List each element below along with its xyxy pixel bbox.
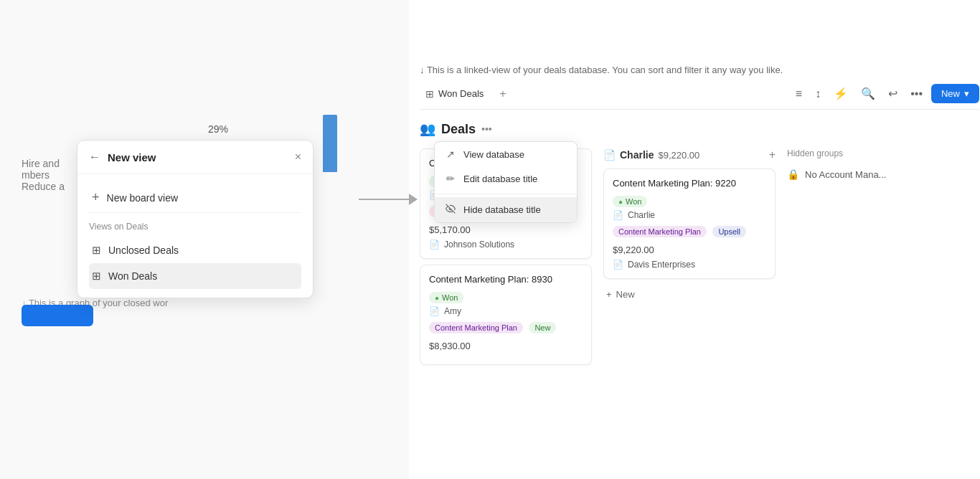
charlie-name: Charlie xyxy=(620,149,654,161)
badge-new-2: New xyxy=(529,322,556,333)
table-icon: ⊞ xyxy=(425,88,434,100)
more-button[interactable]: ••• xyxy=(906,85,927,103)
view-unclosed-deals[interactable]: ⊞ Unclosed Deals xyxy=(89,237,301,263)
hidden-group-name: No Account Mana... xyxy=(805,169,886,180)
card-title-2: Content Marketing Plan: 8930 xyxy=(429,274,583,285)
view-won-deals[interactable]: ⊞ Won Deals xyxy=(89,263,301,289)
view-database-label: View database xyxy=(463,149,524,160)
card-price-1: $5,170.00 xyxy=(429,224,583,235)
bolt-button[interactable]: ⚡ xyxy=(829,84,852,103)
hidden-groups-section: Hidden groups 🔒 No Account Mana... xyxy=(787,148,895,371)
views-on-deals-label: Views on Deals xyxy=(89,222,301,232)
company-name-1: Johnson Solutions xyxy=(444,240,514,250)
bg-progress: 29% xyxy=(208,123,228,135)
unclosed-deals-label: Unclosed Deals xyxy=(108,245,179,256)
hidden-groups-label: Hidden groups xyxy=(787,148,895,158)
new-btn-chevron: ▾ xyxy=(964,88,969,99)
person-icon-2: 📄 xyxy=(429,306,440,316)
badge-won-2: Won xyxy=(429,292,463,303)
deals-icon: 👥 xyxy=(420,121,435,137)
unclosed-deals-icon: ⊞ xyxy=(92,244,101,257)
person-icon-charlie: 📄 xyxy=(613,210,623,220)
add-new-plus: + xyxy=(606,289,612,300)
view-database-icon: ↗ xyxy=(445,148,456,160)
toolbar-tab-won-deals[interactable]: ⊞ Won Deals xyxy=(420,85,489,103)
won-deals-icon: ⊞ xyxy=(92,270,101,283)
bg-text-hire: Hire and mbers Reduce a xyxy=(22,158,65,192)
badge-won-charlie: Won xyxy=(613,196,647,207)
menu-view-database[interactable]: ↗ View database xyxy=(435,142,577,166)
card-charlie-9220: Content Marketing Plan: 9220 Won 📄 Charl… xyxy=(603,169,776,279)
badge-upsell-charlie: Upsell xyxy=(712,226,746,237)
filter-button[interactable]: ≡ xyxy=(791,85,806,103)
card-person-charlie: 📄 Charlie xyxy=(613,210,766,220)
company-name-charlie: Davis Enterprises xyxy=(628,260,695,270)
edit-title-icon: ✏ xyxy=(445,173,456,184)
panel-body: + New board view Views on Deals ⊞ Unclos… xyxy=(77,174,313,298)
tab-label: Won Deals xyxy=(438,88,484,99)
person-name-2: Amy xyxy=(444,306,461,316)
arrow-head xyxy=(409,194,418,205)
panel-back-button[interactable]: ← xyxy=(89,151,100,163)
add-view-button[interactable]: + xyxy=(495,86,510,102)
charlie-person-icon: 📄 xyxy=(603,149,616,161)
linked-view-text: ↓ This is a linked-view of your deals da… xyxy=(420,65,783,75)
arrow-line xyxy=(359,199,409,200)
column-header-charlie: 📄 Charlie $9,220.00 + xyxy=(603,148,776,161)
card-person-2: 📄 Amy xyxy=(429,306,583,316)
bg-bar xyxy=(323,115,337,172)
card-badges-charlie: Won xyxy=(613,194,766,210)
deals-header: 👥 Deals ••• ↗ View database ✏ Edit datab… xyxy=(420,121,979,137)
lock-icon: 🔒 xyxy=(787,169,799,180)
deals-title: Deals xyxy=(441,122,476,137)
card-price-charlie: $9,220.00 xyxy=(613,245,766,255)
panel-title: New view xyxy=(108,151,288,163)
menu-edit-title[interactable]: ✏ Edit database title xyxy=(435,166,577,191)
toolbar: ⊞ Won Deals + ≡ ↕ ⚡ 🔍 ↩ ••• New ▾ xyxy=(420,84,979,110)
edit-title-label: Edit database title xyxy=(463,174,537,184)
search-button[interactable]: 🔍 xyxy=(857,84,880,103)
panel-header: ← New view × xyxy=(77,141,313,174)
board-column-charlie: 📄 Charlie $9,220.00 + Content Marketing … xyxy=(603,148,776,371)
new-button[interactable]: New ▾ xyxy=(931,84,979,103)
won-deals-label: Won Deals xyxy=(108,270,157,282)
card-badges-2: Won xyxy=(429,290,583,306)
hide-title-icon xyxy=(445,204,456,216)
company-icon-charlie: 📄 xyxy=(613,260,623,270)
deals-more-button[interactable]: ••• xyxy=(481,123,492,135)
card-company-1: 📄 Johnson Solutions xyxy=(429,240,583,250)
sort-button[interactable]: ↕ xyxy=(811,85,825,103)
new-board-view-label: New board view xyxy=(107,192,179,204)
new-board-view-button[interactable]: + New board view xyxy=(89,183,301,213)
charlie-add-button[interactable]: + xyxy=(769,148,776,161)
hide-title-label: Hide database title xyxy=(463,204,541,215)
person-name-charlie: Charlie xyxy=(628,210,655,220)
card-title-charlie: Content Marketing Plan: 9220 xyxy=(613,178,766,189)
hidden-group-item[interactable]: 🔒 No Account Mana... xyxy=(787,166,895,183)
arrow-connector xyxy=(359,194,418,205)
badge-content-2: Content Marketing Plan xyxy=(429,322,523,333)
context-menu: ↗ View database ✏ Edit database title Hi… xyxy=(434,141,578,223)
undo-button[interactable]: ↩ xyxy=(884,84,902,103)
add-new-button[interactable]: + New xyxy=(603,285,776,304)
panel-close-button[interactable]: × xyxy=(295,151,301,163)
card-tags-2: Content Marketing Plan New xyxy=(429,321,583,336)
new-board-plus-icon: + xyxy=(92,190,100,205)
new-view-panel: ← New view × + New board view Views on D… xyxy=(77,140,314,298)
bg-blue-button xyxy=(22,305,93,326)
toolbar-actions: ≡ ↕ ⚡ 🔍 ↩ ••• New ▾ xyxy=(791,84,979,103)
card-company-charlie: 📄 Davis Enterprises xyxy=(613,260,766,270)
main-content: ↓ This is a linked-view of your deals da… xyxy=(420,65,979,371)
company-icon-1: 📄 xyxy=(429,240,440,250)
card-tags-charlie: Content Marketing Plan Upsell xyxy=(613,224,766,240)
new-btn-label: New xyxy=(941,88,960,99)
card-content-8930: Content Marketing Plan: 8930 Won 📄 Amy C… xyxy=(420,265,592,365)
badge-content-charlie: Content Marketing Plan xyxy=(613,226,707,237)
linked-view-notice: ↓ This is a linked-view of your deals da… xyxy=(420,65,979,75)
add-new-label: New xyxy=(616,289,635,300)
menu-hide-title[interactable]: Hide database title xyxy=(435,197,577,222)
charlie-amount: $9,220.00 xyxy=(658,150,699,161)
card-price-2: $8,930.00 xyxy=(429,341,583,351)
